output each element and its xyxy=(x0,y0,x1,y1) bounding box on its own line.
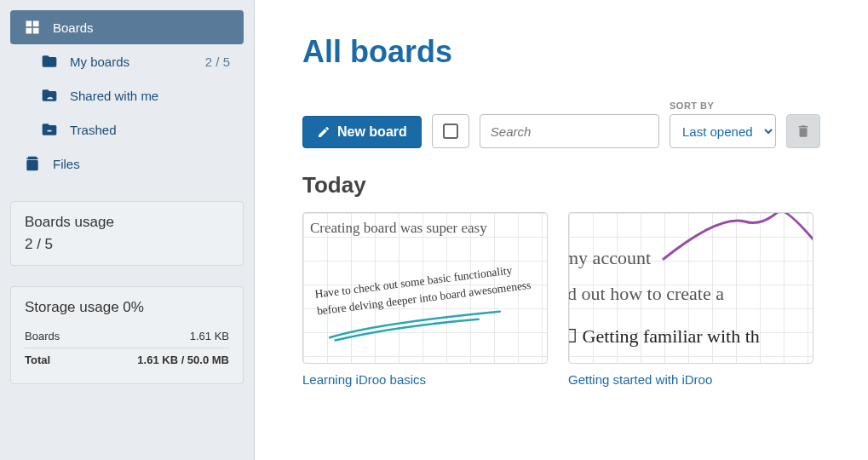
dashboard-icon xyxy=(24,19,41,36)
sidebar-item-boards[interactable]: Boards xyxy=(10,10,244,44)
sort-group: SORT BY Last opened xyxy=(670,101,776,148)
board-title: Learning iDroo basics xyxy=(302,372,548,387)
nav-list: Boards My boards 2 / 5 Shared with me Tr… xyxy=(10,10,244,181)
section-heading-today: Today xyxy=(302,172,820,198)
storage-row: Boards 1.61 KB xyxy=(25,325,229,348)
boards-usage-value: 2 / 5 xyxy=(25,236,229,253)
trash-icon xyxy=(796,124,811,139)
storage-row-value: 1.61 KB / 50.0 MB xyxy=(137,354,229,366)
trash-folder-icon xyxy=(41,121,58,138)
sidebar-item-label: Trashed xyxy=(70,123,116,137)
sidebar-item-count: 2 / 5 xyxy=(205,55,230,69)
sidebar-item-shared[interactable]: Shared with me xyxy=(10,78,244,112)
storage-usage-title: Storage usage 0% xyxy=(25,299,229,316)
trash-button[interactable] xyxy=(786,114,820,148)
sidebar-item-trashed[interactable]: Trashed xyxy=(10,112,244,147)
sidebar-item-label: Files xyxy=(53,157,80,171)
new-board-button[interactable]: New board xyxy=(302,116,422,148)
search-input[interactable] xyxy=(480,114,659,148)
svg-rect-0 xyxy=(26,21,32,27)
storage-row-label: Total xyxy=(25,354,50,366)
select-all-checkbox[interactable] xyxy=(432,114,469,148)
thumb-text: ured out how to create a xyxy=(568,283,724,305)
sidebar-item-label: Shared with me xyxy=(70,89,158,103)
sidebar-item-label: Boards xyxy=(53,20,94,35)
thumb-text: my account xyxy=(568,247,651,269)
svg-rect-3 xyxy=(33,28,39,34)
sidebar-item-label: My boards xyxy=(70,55,129,69)
swoop-stroke xyxy=(659,212,813,266)
folder-icon xyxy=(41,53,58,70)
storage-row-total: Total 1.61 KB / 50.0 MB xyxy=(25,348,229,371)
main-content: All boards New board SORT BY Last opened… xyxy=(255,0,868,460)
edit-icon xyxy=(317,125,331,139)
board-card[interactable]: Creating board was super easy Have to ch… xyxy=(302,212,548,387)
page-title: All boards xyxy=(302,34,820,70)
checkbox-inner xyxy=(443,124,458,139)
storage-usage-card: Storage usage 0% Boards 1.61 KB Total 1.… xyxy=(10,286,244,384)
board-thumbnail: my account ured out how to create a ☐ Ge… xyxy=(568,212,813,364)
boards-usage-title: Boards usage xyxy=(25,214,229,231)
storage-row-label: Boards xyxy=(25,330,60,342)
board-card[interactable]: my account ured out how to create a ☐ Ge… xyxy=(568,212,813,387)
thumb-text: ☐ Getting familiar with th xyxy=(568,325,760,348)
board-title: Getting started with iDroo xyxy=(568,372,813,387)
sort-by-label: SORT BY xyxy=(670,101,776,111)
toolbar: New board SORT BY Last opened xyxy=(302,101,820,148)
board-thumbnail: Creating board was super easy Have to ch… xyxy=(302,212,548,364)
shared-folder-icon xyxy=(41,87,58,104)
files-icon xyxy=(24,155,41,172)
svg-rect-1 xyxy=(33,21,39,27)
sidebar: Boards My boards 2 / 5 Shared with me Tr… xyxy=(0,0,255,460)
boards-usage-card: Boards usage 2 / 5 xyxy=(10,201,244,266)
sidebar-item-my-boards[interactable]: My boards 2 / 5 xyxy=(10,44,244,78)
thumb-text: Creating board was super easy xyxy=(310,220,487,237)
svg-rect-2 xyxy=(26,28,32,34)
board-grid: Creating board was super easy Have to ch… xyxy=(302,212,820,387)
sidebar-item-files[interactable]: Files xyxy=(10,147,244,181)
new-board-label: New board xyxy=(337,124,407,140)
storage-row-value: 1.61 KB xyxy=(190,330,229,342)
sort-select[interactable]: Last opened xyxy=(670,114,776,148)
